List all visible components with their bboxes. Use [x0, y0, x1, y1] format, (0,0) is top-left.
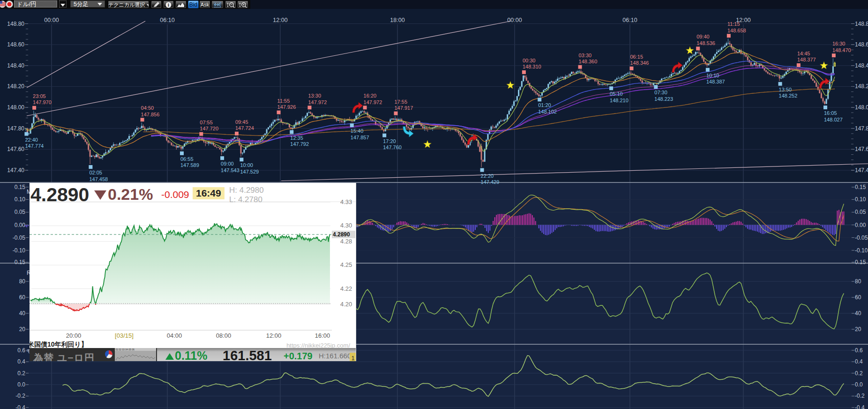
- svg-text:147.774: 147.774: [25, 143, 44, 149]
- svg-text:148.310: 148.310: [523, 64, 541, 69]
- svg-text:147.926: 147.926: [277, 104, 296, 110]
- svg-text:147.972: 147.972: [364, 99, 382, 105]
- svg-text:148.60: 148.60: [7, 41, 24, 48]
- svg-text:147.724: 147.724: [235, 125, 254, 131]
- svg-text:0.0: 0.0: [855, 381, 863, 388]
- svg-text:147.60: 147.60: [7, 146, 24, 152]
- svg-text:148.387: 148.387: [706, 79, 725, 84]
- svg-text:00:00: 00:00: [507, 17, 522, 23]
- svg-text:40: 40: [855, 310, 861, 317]
- svg-text:0.05: 0.05: [855, 209, 866, 215]
- svg-text:40: 40: [19, 310, 26, 317]
- svg-text:04:00: 04:00: [167, 332, 182, 339]
- svg-text:4.33: 4.33: [340, 198, 352, 205]
- svg-text:0.15: 0.15: [855, 259, 866, 265]
- svg-text:12:35: 12:35: [290, 135, 303, 141]
- svg-text:147.429: 147.429: [481, 179, 500, 185]
- svg-text:-0.10: -0.10: [855, 247, 868, 254]
- svg-text:06:15: 06:15: [630, 54, 644, 60]
- svg-text:147.720: 147.720: [200, 126, 218, 131]
- svg-text:[03/15]: [03/15]: [115, 332, 134, 339]
- svg-text:148.102: 148.102: [538, 109, 557, 114]
- svg-text:16:05: 16:05: [824, 110, 837, 116]
- svg-text:20:00: 20:00: [66, 332, 82, 339]
- svg-text:22:40: 22:40: [25, 137, 38, 143]
- svg-text:80: 80: [855, 278, 861, 285]
- svg-text:147.458: 147.458: [89, 176, 108, 182]
- svg-text:147.972: 147.972: [308, 99, 327, 105]
- svg-text:0.00: 0.00: [15, 222, 26, 228]
- svg-text:0.2: 0.2: [855, 370, 863, 377]
- svg-text:18:00: 18:00: [390, 17, 404, 23]
- svg-text:147.529: 147.529: [240, 169, 259, 174]
- svg-text:20: 20: [19, 326, 26, 333]
- svg-text:148.80: 148.80: [855, 21, 868, 27]
- svg-text:-0.4: -0.4: [855, 404, 865, 409]
- svg-text:02:05: 02:05: [89, 170, 102, 175]
- svg-text:23:05: 23:05: [33, 93, 46, 99]
- svg-text:4.22: 4.22: [340, 285, 352, 292]
- svg-text:06:10: 06:10: [160, 17, 174, 23]
- svg-text:-0.05: -0.05: [13, 235, 26, 241]
- svg-text:16:30: 16:30: [832, 41, 846, 46]
- svg-text:06:10: 06:10: [622, 17, 637, 23]
- svg-text:04:50: 04:50: [141, 105, 154, 111]
- svg-text:16:20: 16:20: [364, 93, 377, 98]
- svg-text:09:45: 09:45: [235, 119, 248, 125]
- svg-text:i: i: [168, 2, 169, 8]
- svg-text:0.00: 0.00: [855, 222, 866, 228]
- svg-text:-0.10: -0.10: [13, 247, 26, 254]
- svg-text:147.857: 147.857: [351, 135, 369, 140]
- svg-text:09:40: 09:40: [696, 34, 710, 39]
- svg-text:0.4: 0.4: [855, 358, 863, 365]
- svg-text:148.536: 148.536: [696, 40, 715, 46]
- svg-text:10:00: 10:00: [240, 162, 253, 168]
- svg-text:148.00: 148.00: [855, 104, 868, 111]
- svg-text:0.15: 0.15: [855, 184, 866, 190]
- svg-text:13:30: 13:30: [308, 93, 322, 98]
- svg-text:147.917: 147.917: [395, 105, 413, 111]
- svg-text:17:20: 17:20: [383, 138, 396, 144]
- svg-text:147.60: 147.60: [855, 146, 868, 152]
- svg-text:0.6: 0.6: [17, 347, 25, 354]
- svg-text:-0.2: -0.2: [15, 393, 25, 399]
- svg-text:148.40: 148.40: [855, 62, 868, 69]
- svg-text:148.210: 148.210: [610, 98, 629, 103]
- svg-text:147.40: 147.40: [7, 167, 24, 174]
- svg-text:148.80: 148.80: [7, 21, 24, 27]
- svg-text:11:15: 11:15: [727, 21, 740, 27]
- svg-text:147.80: 147.80: [7, 125, 24, 132]
- svg-text:20: 20: [855, 326, 861, 333]
- svg-text:60: 60: [19, 294, 26, 301]
- svg-text:01:20: 01:20: [538, 102, 551, 108]
- svg-text:13:50: 13:50: [779, 87, 792, 92]
- svg-text:147.589: 147.589: [180, 162, 199, 168]
- svg-text:17:55: 17:55: [395, 99, 408, 105]
- svg-text:148.346: 148.346: [630, 60, 649, 66]
- svg-text:148.00: 148.00: [7, 104, 24, 111]
- svg-text:07:55: 07:55: [200, 120, 213, 125]
- svg-text:06:55: 06:55: [180, 156, 194, 162]
- svg-text:4.25: 4.25: [340, 261, 352, 268]
- svg-text:0.6: 0.6: [855, 347, 863, 354]
- svg-text:148.20: 148.20: [855, 83, 868, 90]
- svg-text:147.40: 147.40: [855, 167, 868, 174]
- svg-text:-0.05: -0.05: [855, 235, 868, 241]
- svg-text:148.20: 148.20: [7, 83, 24, 90]
- svg-text:4.28: 4.28: [340, 238, 352, 245]
- svg-text:10:10: 10:10: [706, 73, 719, 78]
- svg-text:0.05: 0.05: [15, 209, 26, 215]
- svg-text:148.470: 148.470: [832, 47, 851, 53]
- svg-text:4.30: 4.30: [340, 222, 352, 229]
- svg-text:4.20: 4.20: [340, 301, 352, 308]
- svg-text:0.10: 0.10: [15, 196, 26, 203]
- svg-text:60: 60: [855, 294, 861, 301]
- svg-text:148.40: 148.40: [7, 62, 24, 69]
- svg-text:0.0: 0.0: [17, 381, 25, 388]
- svg-text:0.2: 0.2: [17, 370, 25, 377]
- svg-text:0.15: 0.15: [15, 259, 26, 265]
- svg-text:148.658: 148.658: [727, 28, 746, 33]
- svg-text:22:20: 22:20: [481, 173, 494, 179]
- svg-text:148.377: 148.377: [797, 57, 816, 62]
- svg-text:11:55: 11:55: [277, 98, 290, 104]
